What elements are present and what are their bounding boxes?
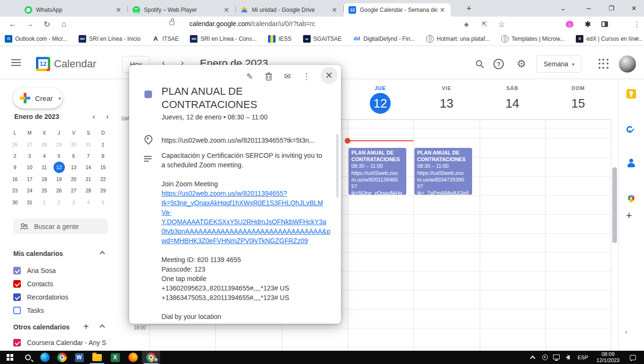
mini-cal-day[interactable]: 17 [22, 173, 37, 185]
mini-cal-day[interactable]: 21 [81, 173, 96, 185]
mini-cal-day[interactable]: 15 [96, 162, 110, 173]
side-panel-icon[interactable] [598, 17, 612, 32]
tab-search-icon[interactable]: ⌄ [553, 0, 573, 17]
bookmark-star-icon[interactable]: ☆ [494, 17, 509, 32]
checkbox-checked-icon[interactable] [13, 280, 21, 288]
mini-cal-day[interactable]: 27 [66, 185, 81, 196]
mini-cal-day[interactable]: 29 [96, 185, 110, 196]
edit-event-icon[interactable]: ✎ [242, 69, 257, 84]
account-avatar[interactable] [619, 55, 636, 73]
mini-cal-day[interactable]: 5 [52, 150, 66, 162]
share-icon[interactable]: ⇱ [477, 17, 492, 32]
language-indicator[interactable]: ESP [575, 351, 591, 364]
taskbar-search-icon[interactable] [19, 351, 37, 364]
description-link-line[interactable]: 0tvb3pnAAAAAAAAAAAAAAAAAAAAAAAAAAAAAAA&p [161, 227, 332, 236]
keep-icon[interactable] [626, 89, 636, 99]
mini-cal-day[interactable]: 24 [22, 185, 37, 196]
day-header[interactable]: JUE12 [347, 85, 413, 114]
get-addons-icon[interactable]: + [626, 209, 632, 222]
description-link-line[interactable]: Va- [161, 208, 332, 217]
main-menu-icon[interactable] [11, 59, 21, 66]
popup-scrollbar[interactable] [336, 134, 339, 198]
tab-close-icon[interactable]: ✕ [114, 6, 123, 14]
mini-cal-day[interactable]: 7 [81, 150, 96, 162]
mini-cal-day[interactable]: 10 [22, 162, 37, 173]
bookmark-item[interactable]: SRiSRI en Línea - Cons... [190, 35, 257, 43]
google-apps-grid-icon[interactable] [599, 59, 609, 69]
close-popup-icon[interactable]: ✕ [321, 67, 338, 84]
back-icon[interactable]: ← [6, 17, 20, 32]
create-button[interactable]: Crear ▾ [13, 88, 63, 109]
mini-cal-day[interactable]: 22 [96, 173, 110, 185]
browser-tab[interactable]: Mi unidad - Google Drive✕ [236, 3, 343, 17]
email-guests-icon[interactable]: ✉ [280, 69, 295, 84]
mini-cal-day[interactable]: 20 [66, 173, 81, 185]
calendar-list-item[interactable]: Tasks [13, 306, 44, 315]
excel-icon[interactable]: X [106, 351, 124, 364]
collapse-my-calendars-icon[interactable] [99, 251, 105, 256]
bookmark-item[interactable]: ddDigitalDefynd - Fin... [353, 35, 415, 43]
extension-icon[interactable]: ✱ [581, 17, 595, 32]
chrome-icon[interactable] [53, 351, 71, 364]
mini-cal-day[interactable]: 28 [81, 185, 96, 196]
event-location[interactable]: https://us02web.zoom.us/w/82011394655?tk… [161, 136, 332, 144]
calendar-list-item[interactable]: Ana Sosa [13, 266, 56, 275]
network-icon[interactable] [551, 351, 562, 364]
tab-close-icon[interactable]: ✕ [222, 6, 231, 14]
more-options-icon[interactable]: ⋮ [299, 69, 314, 84]
mini-cal-day[interactable]: 30 [8, 196, 22, 208]
tray-expand-icon[interactable] [528, 351, 538, 364]
description-link-line[interactable]: tk=5t3ne_vQnaxAkHqgf1hXWxR0E1S3FHLQhJLvB… [161, 198, 332, 208]
weather-extension-icon[interactable] [563, 17, 577, 32]
bookmark-item[interactable]: saSGAITSAE [303, 35, 342, 43]
tracker-shield-icon[interactable]: ◈ [459, 17, 474, 32]
close-window-button[interactable]: ✕ [624, 0, 644, 17]
mini-cal-day[interactable]: 31 [81, 138, 96, 150]
settings-gear-icon[interactable]: ⚙ [515, 57, 528, 71]
forward-icon[interactable]: → [23, 17, 37, 32]
mini-cal-day[interactable]: 2 [8, 150, 22, 162]
mini-cal-day[interactable]: 1 [37, 196, 52, 208]
help-icon[interactable]: ? [493, 59, 504, 69]
firefox-icon[interactable] [124, 351, 142, 364]
mini-cal-day[interactable]: 3 [22, 150, 37, 162]
mini-cal-day[interactable]: 26 [8, 138, 22, 150]
delete-event-icon[interactable] [261, 69, 276, 84]
bookmark-item[interactable]: SRiSRI en Línea - Inicio [79, 35, 141, 43]
hide-side-panel-icon[interactable]: › [625, 328, 627, 336]
tab-close-icon[interactable]: ✕ [330, 6, 339, 14]
camera-tray-icon[interactable] [540, 351, 550, 364]
mini-cal-day[interactable]: 4 [81, 196, 96, 208]
mini-cal-day[interactable]: 27 [22, 138, 37, 150]
event-chip[interactable]: PLAN ANUAL DECONTRATACIONES08:30 – 11:00… [414, 148, 472, 195]
checkbox-checked-icon[interactable] [13, 293, 21, 301]
checkbox-unchecked-icon[interactable] [13, 307, 21, 314]
calendar-list-item[interactable]: Recordatorios [13, 292, 68, 302]
new-tab-button[interactable]: + [466, 4, 472, 14]
search-people-box[interactable]: Buscar a gente [13, 218, 108, 234]
word-icon[interactable]: W [70, 351, 88, 364]
chrome-active-icon[interactable] [142, 351, 160, 364]
view-selector[interactable]: Semana ▾ [537, 55, 581, 73]
bookmark-item[interactable]: OOutlook.com - Micr... [5, 35, 67, 43]
browser-tab[interactable]: 12Google Calendar - Semana del 9 d✕ [344, 3, 451, 17]
day-header[interactable]: DOM15 [545, 85, 611, 114]
mini-cal-day[interactable]: 19 [52, 173, 66, 185]
clock[interactable]: 08:0912/1/2023 [592, 351, 624, 364]
contacts-icon[interactable] [626, 158, 636, 168]
mini-cal-day[interactable]: 30 [66, 138, 81, 150]
calendar-list-item[interactable]: Coursera Calendar - Any S [13, 338, 106, 347]
mini-cal-day[interactable]: 12 [52, 162, 66, 173]
mini-cal-day[interactable]: 28 [37, 138, 52, 150]
mini-cal-day[interactable]: 25 [37, 185, 52, 196]
collapse-other-calendars-icon[interactable] [99, 324, 105, 329]
calendar-scrollbar[interactable] [612, 167, 617, 243]
bookmarks-overflow-icon[interactable]: » [635, 34, 639, 42]
mini-cal-prev-icon[interactable]: ‹ [87, 113, 101, 120]
day-number[interactable]: 15 [545, 93, 611, 114]
mini-cal-day[interactable]: 14 [81, 162, 96, 173]
mini-cal-day[interactable]: 2 [52, 196, 66, 208]
address-bar[interactable]: calendar.google.com/calendar/u/0/r?tab=r… [189, 20, 315, 27]
search-icon[interactable] [473, 57, 486, 71]
tasks-icon[interactable] [626, 126, 633, 133]
